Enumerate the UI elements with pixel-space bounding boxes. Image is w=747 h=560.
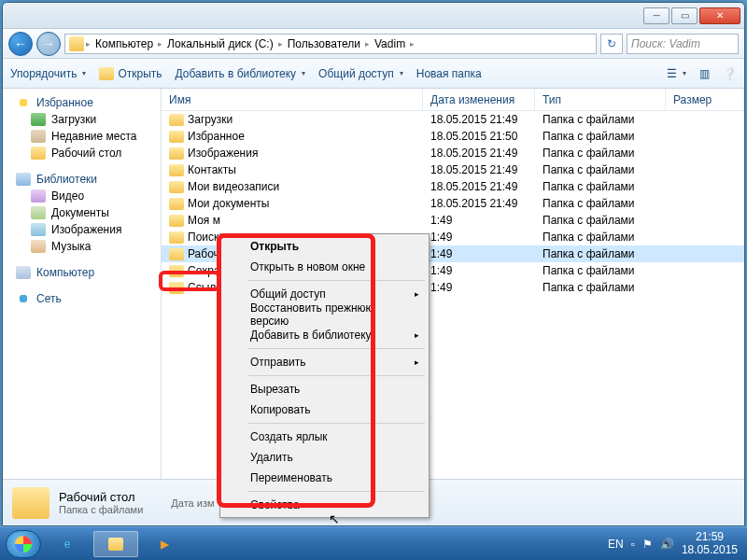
new-folder-button[interactable]: Новая папка [416, 67, 482, 80]
document-icon [31, 206, 46, 219]
places-icon [31, 130, 46, 143]
sidebar-item-music[interactable]: Музыка [3, 238, 161, 255]
table-row[interactable]: Мои документы18.05.2015 21:49Папка с фай… [162, 195, 744, 212]
ctx-open[interactable]: Открыть [222, 236, 427, 257]
tray-clock[interactable]: 21:59 18.05.2015 [682, 531, 741, 555]
folder-icon [12, 487, 49, 519]
image-icon [31, 223, 46, 236]
col-name[interactable]: Имя [162, 89, 423, 110]
preview-pane-button[interactable]: ▥ [699, 67, 710, 80]
nav-row: ← → ▸ Компьютер ▸ Локальный диск (C:) ▸ … [3, 29, 744, 59]
sidebar-item-recent[interactable]: Недавние места [3, 128, 161, 145]
ctx-rename[interactable]: Переименовать [222, 468, 427, 488]
share-menu[interactable]: Общий доступ [318, 67, 403, 80]
folder-icon [169, 147, 184, 160]
sidebar-network[interactable]: Сеть [3, 290, 161, 307]
music-icon [31, 240, 46, 253]
folder-icon [169, 265, 184, 277]
maximize-button[interactable]: ▭ [671, 7, 698, 24]
folder-icon [169, 215, 184, 227]
sidebar: Избранное Загрузки Недавние места Рабочи… [3, 89, 162, 479]
folder-icon [31, 147, 46, 160]
windows-icon [15, 536, 32, 553]
ctx-copy[interactable]: Копировать [222, 399, 427, 420]
taskbar-explorer[interactable] [93, 531, 138, 557]
table-row[interactable]: Загрузки18.05.2015 21:49Папка с файлами [162, 111, 744, 128]
ctx-add-library[interactable]: Добавить в библиотеку [222, 325, 427, 345]
breadcrumb[interactable]: ▸ Компьютер ▸ Локальный диск (C:) ▸ Поль… [64, 34, 597, 54]
close-button[interactable]: ✕ [699, 7, 740, 24]
col-size[interactable]: Размер [666, 89, 744, 110]
folder-icon [169, 181, 184, 193]
toolbar: Упорядочить Открыть Добавить в библиотек… [3, 59, 744, 89]
open-button[interactable]: Открыть [99, 67, 162, 80]
folder-icon [169, 248, 184, 260]
tray-volume-icon[interactable]: 🔊 [660, 538, 674, 551]
table-row[interactable]: Изображения18.05.2015 21:49Папка с файла… [162, 145, 744, 161]
star-icon [16, 96, 31, 109]
folder-icon [169, 198, 184, 210]
tray-lang[interactable]: EN [608, 538, 624, 551]
context-menu: Открыть Открыть в новом окне Общий досту… [219, 233, 430, 518]
table-row[interactable]: Мои видеозаписи18.05.2015 21:49Папка с ф… [162, 178, 744, 195]
breadcrumb-item[interactable]: Vadim [372, 37, 408, 50]
col-date[interactable]: Дата изменения [423, 89, 535, 110]
sidebar-computer[interactable]: Компьютер [3, 264, 161, 281]
folder-icon [99, 67, 114, 80]
sidebar-item-documents[interactable]: Документы [3, 204, 161, 221]
table-row[interactable]: Избранное18.05.2015 21:50Папка с файлами [162, 128, 744, 145]
forward-button[interactable]: → [36, 32, 61, 56]
folder-icon [169, 282, 184, 294]
sidebar-item-pictures[interactable]: Изображения [3, 221, 161, 238]
column-headers: Имя Дата изменения Тип Размер [162, 89, 744, 111]
ctx-delete[interactable]: Удалить [222, 447, 427, 468]
view-menu[interactable]: ☰ [667, 67, 686, 80]
sidebar-favorites[interactable]: Избранное [3, 94, 161, 111]
details-title: Рабочий стол [59, 490, 143, 504]
ctx-properties[interactable]: Свойства [222, 495, 427, 515]
sidebar-item-videos[interactable]: Видео [3, 188, 161, 204]
ctx-restore[interactable]: Восстановить прежнюю версию [222, 304, 427, 325]
col-type[interactable]: Тип [535, 89, 666, 110]
start-button[interactable] [6, 530, 41, 558]
library-icon [16, 173, 31, 186]
add-to-library-menu[interactable]: Добавить в библиотеку [176, 67, 306, 80]
details-type: Папка с файлами [59, 504, 143, 515]
breadcrumb-item[interactable]: Компьютер [92, 37, 156, 50]
taskbar-media[interactable]: ▶ [142, 531, 187, 557]
folder-icon [108, 538, 123, 551]
details-meta: Дата изм [171, 497, 214, 509]
network-icon [16, 292, 31, 305]
sidebar-item-desktop[interactable]: Рабочий стол [3, 145, 161, 161]
ctx-send-to[interactable]: Отправить [222, 352, 427, 372]
search-input[interactable]: Поиск: Vadim [627, 34, 739, 54]
download-icon [31, 113, 46, 126]
tray-flag-icon[interactable]: ▫ [631, 538, 635, 551]
sidebar-item-downloads[interactable]: Загрузки [3, 111, 161, 128]
minimize-button[interactable]: ─ [643, 7, 669, 24]
table-row[interactable]: Контакты18.05.2015 21:49Папка с файлами [162, 161, 744, 178]
folder-icon [169, 164, 184, 176]
taskbar-ie[interactable]: e [45, 531, 90, 557]
taskbar: e ▶ EN ▫ ⚑ 🔊 21:59 18.05.2015 [0, 526, 747, 560]
tray-action-icon[interactable]: ⚑ [642, 538, 653, 551]
computer-icon [16, 266, 31, 279]
ctx-open-new[interactable]: Открыть в новом окне [222, 257, 427, 277]
titlebar: ─ ▭ ✕ [3, 3, 744, 29]
refresh-button[interactable]: ↻ [600, 34, 623, 54]
system-tray: EN ▫ ⚑ 🔊 21:59 18.05.2015 [608, 531, 741, 555]
ctx-cut[interactable]: Вырезать [222, 379, 427, 399]
breadcrumb-item[interactable]: Локальный диск (C:) [164, 37, 276, 50]
table-row[interactable]: Моя м1:49Папка с файлами [162, 212, 744, 229]
video-icon [31, 189, 46, 203]
folder-icon [169, 114, 184, 126]
breadcrumb-item[interactable]: Пользователи [285, 37, 363, 50]
folder-icon [69, 36, 84, 51]
organize-menu[interactable]: Упорядочить [10, 67, 86, 80]
folder-icon [169, 231, 184, 244]
ctx-shortcut[interactable]: Создать ярлык [222, 427, 427, 447]
sidebar-libraries[interactable]: Библиотеки [3, 171, 161, 188]
back-button[interactable]: ← [8, 32, 33, 56]
help-button[interactable]: ❔ [723, 67, 737, 80]
folder-icon [169, 131, 184, 143]
